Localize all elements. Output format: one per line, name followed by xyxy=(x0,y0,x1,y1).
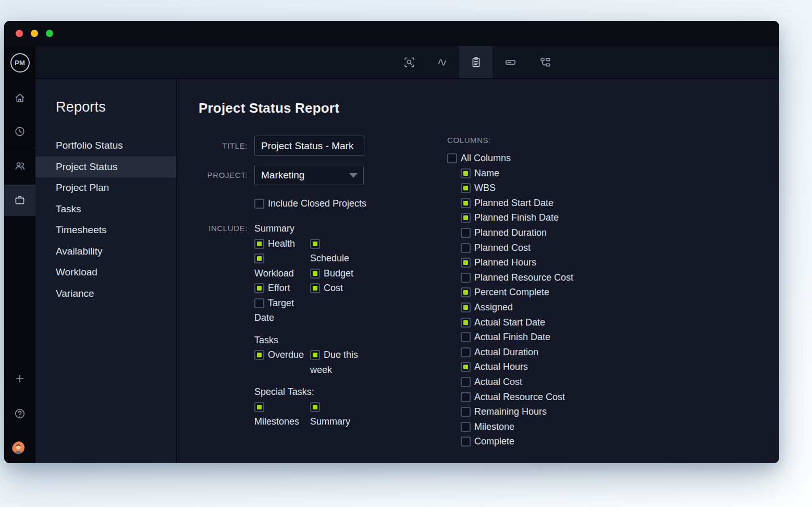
checkbox-box[interactable] xyxy=(254,298,264,308)
checkbox-box[interactable] xyxy=(461,318,471,328)
checkbox-box[interactable] xyxy=(461,347,471,357)
report-item-tasks[interactable]: Tasks xyxy=(35,199,176,220)
checkbox-target-date[interactable]: Target Date xyxy=(254,296,304,325)
minimize-window-button[interactable] xyxy=(31,30,38,37)
report-item-workload[interactable]: Workload xyxy=(35,262,176,283)
checkbox-box[interactable] xyxy=(461,228,471,238)
checkbox-milestones[interactable]: Milestones xyxy=(254,400,304,429)
rail-briefcase-icon[interactable] xyxy=(4,185,35,216)
checkbox-label: Actual Cost xyxy=(474,377,522,387)
checkbox-milestone[interactable]: Milestone xyxy=(461,419,666,434)
report-item-availability[interactable]: Availability xyxy=(35,241,176,262)
checkbox-label: Summary xyxy=(310,416,350,427)
checkbox-box[interactable] xyxy=(461,213,471,223)
toolbar-report-clipboard-icon[interactable] xyxy=(459,46,493,78)
project-select[interactable]: Marketing xyxy=(254,165,364,185)
checkbox-wbs[interactable]: WBS xyxy=(461,180,666,196)
checkbox-planned-start-date[interactable]: Planned Start Date xyxy=(461,196,666,211)
report-item-timesheets[interactable]: Timesheets xyxy=(35,220,176,241)
checkbox-actual-resource-cost[interactable]: Actual Resource Cost xyxy=(461,390,666,405)
checkbox-percent-complete[interactable]: Percent Complete xyxy=(461,285,666,300)
checkbox-box[interactable] xyxy=(461,273,471,283)
rail-home-icon[interactable] xyxy=(4,82,35,114)
checkbox-label: Assigned xyxy=(474,302,513,312)
checkbox-summary[interactable]: Summary xyxy=(310,400,359,429)
checkbox-box[interactable] xyxy=(254,254,264,263)
report-item-variance[interactable]: Variance xyxy=(35,283,176,305)
checkbox-box[interactable] xyxy=(461,287,471,297)
checkbox-box[interactable] xyxy=(254,283,264,293)
checkbox-due-this-week[interactable]: Due this week xyxy=(310,347,359,377)
zoom-window-button[interactable] xyxy=(46,30,53,37)
checkbox-box[interactable] xyxy=(461,407,471,417)
checkbox-remaining-hours[interactable]: Remaining Hours xyxy=(461,404,666,419)
checkbox-label: All Columns xyxy=(461,153,511,163)
checkbox-planned-cost[interactable]: Planned Cost xyxy=(461,240,666,256)
checkbox-checked-indicator xyxy=(257,256,262,261)
checkbox-box[interactable] xyxy=(461,258,471,268)
rail-plus-icon[interactable] xyxy=(4,363,35,394)
checkbox-box[interactable] xyxy=(461,362,471,372)
checkbox-box[interactable] xyxy=(461,332,471,342)
checkbox-box[interactable] xyxy=(461,303,471,312)
checkbox-overdue[interactable]: Overdue xyxy=(254,347,304,363)
checkbox-include-closed-projects[interactable]: Include Closed Projects xyxy=(254,198,366,209)
checkbox-planned-finish-date[interactable]: Planned Finish Date xyxy=(461,210,666,225)
checkbox-box[interactable] xyxy=(254,402,264,412)
rail-team-icon[interactable] xyxy=(4,150,35,182)
checkbox-box[interactable] xyxy=(461,198,471,208)
checkbox-box[interactable] xyxy=(310,269,320,279)
rail-help-icon[interactable] xyxy=(4,398,35,429)
checkbox-name[interactable]: Name xyxy=(461,166,666,181)
report-item-project-plan[interactable]: Project Plan xyxy=(35,177,176,199)
close-window-button[interactable] xyxy=(16,30,23,37)
checkbox-box[interactable] xyxy=(254,350,264,360)
checkbox-assigned[interactable]: Assigned xyxy=(461,300,666,315)
rail-clock-icon[interactable] xyxy=(4,116,35,147)
checkbox-box[interactable] xyxy=(461,168,471,178)
toolbar-activity-icon[interactable] xyxy=(426,46,459,78)
checkbox-effort[interactable]: Effort xyxy=(254,281,304,296)
title-input[interactable] xyxy=(254,136,364,156)
checkbox-workload[interactable]: Workload xyxy=(254,251,304,281)
checkbox-cost[interactable]: Cost xyxy=(310,281,359,296)
rail-user-avatar[interactable] xyxy=(4,433,35,463)
checkbox-box[interactable] xyxy=(461,392,471,402)
checkbox-label: Planned Resource Cost xyxy=(474,272,573,283)
toolbar-card-icon[interactable] xyxy=(494,46,527,78)
checkbox-box[interactable] xyxy=(461,243,471,253)
checkbox-label: Health xyxy=(268,238,295,249)
checkbox-planned-hours[interactable]: Planned Hours xyxy=(461,255,666,270)
checkbox-box[interactable] xyxy=(254,239,264,249)
checkbox-checked-indicator xyxy=(257,242,262,246)
columns-list: All ColumnsNameWBSPlanned Start DatePlan… xyxy=(447,151,666,449)
checkbox-box[interactable] xyxy=(461,377,471,387)
checkbox-box[interactable] xyxy=(310,402,320,412)
checkbox-label: Actual Duration xyxy=(474,347,538,357)
checkbox-budget[interactable]: Budget xyxy=(310,266,359,281)
checkbox-planned-resource-cost[interactable]: Planned Resource Cost xyxy=(461,270,666,285)
checkbox-actual-finish-date[interactable]: Actual Finish Date xyxy=(461,330,666,345)
checkbox-box[interactable] xyxy=(447,153,457,163)
checkbox-all-columns[interactable]: All Columns xyxy=(447,151,666,166)
checkbox-label: Cost xyxy=(324,283,343,293)
report-item-portfolio-status[interactable]: Portfolio Status xyxy=(35,135,176,156)
checkbox-health[interactable]: Health xyxy=(254,236,304,251)
checkbox-box[interactable] xyxy=(461,422,471,432)
checkbox-schedule[interactable]: Schedule xyxy=(310,236,359,266)
toolbar-search-zoom-icon[interactable] xyxy=(392,46,426,78)
checkbox-actual-duration[interactable]: Actual Duration xyxy=(461,345,666,360)
checkbox-actual-start-date[interactable]: Actual Start Date xyxy=(461,315,666,330)
checkbox-box[interactable] xyxy=(461,437,471,446)
checkbox-box[interactable] xyxy=(461,183,471,193)
checkbox-box[interactable] xyxy=(254,199,264,209)
checkbox-planned-duration[interactable]: Planned Duration xyxy=(461,225,666,240)
checkbox-box[interactable] xyxy=(310,283,320,293)
report-item-project-status[interactable]: Project Status xyxy=(35,156,176,178)
checkbox-complete[interactable]: Complete xyxy=(461,434,666,449)
checkbox-box[interactable] xyxy=(310,350,320,360)
checkbox-box[interactable] xyxy=(310,239,320,249)
toolbar-workflow-icon[interactable] xyxy=(528,46,562,78)
checkbox-actual-hours[interactable]: Actual Hours xyxy=(461,359,666,375)
checkbox-actual-cost[interactable]: Actual Cost xyxy=(461,375,666,390)
